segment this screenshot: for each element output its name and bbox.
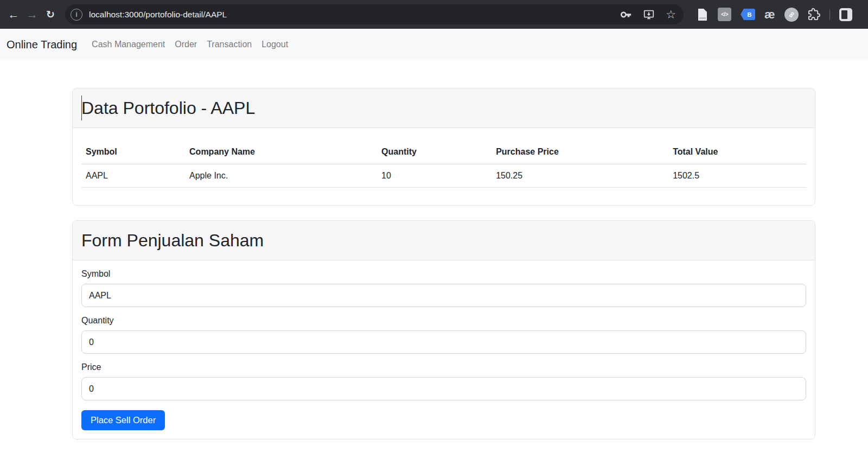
header-quantity: Quantity (377, 137, 492, 164)
star-glyph: ☆ (666, 9, 676, 20)
header-purchase-price: Purchase Price (492, 137, 668, 164)
quantity-field[interactable] (81, 330, 806, 354)
cell-symbol: AAPL (81, 164, 185, 188)
site-info-icon[interactable]: i (71, 9, 82, 21)
portfolio-card: Data Portofolio - AAPL Symbol Company Na… (72, 88, 815, 206)
tag-glyph: B (741, 9, 755, 20)
nav-link-cash-management[interactable]: Cash Management (87, 35, 170, 54)
price-field-group: Price (81, 362, 806, 400)
sell-form-title: Form Penjualan Saham (81, 229, 806, 251)
avatar-glyph: ∞ (786, 10, 796, 19)
portfolio-card-header: Data Portofolio - AAPL (73, 88, 815, 128)
url-text[interactable]: localhost:3000/portofolio-detail/AAPL (89, 10, 620, 20)
ae-extension-icon[interactable]: æ (764, 9, 775, 21)
table-header-row: Symbol Company Name Quantity Purchase Pr… (81, 137, 806, 164)
text-caret (81, 95, 82, 120)
url-bar[interactable]: i localhost:3000/portofolio-detail/AAPL … (65, 4, 684, 24)
code-extension-icon[interactable]: </> (718, 8, 731, 21)
app-navbar: Online Trading Cash Management Order Tra… (0, 29, 868, 60)
sell-form-card-body: Symbol Quantity Price Place Sell Order (73, 260, 815, 439)
header-symbol: Symbol (81, 137, 185, 164)
portfolio-title: Data Portofolio - AAPL (81, 97, 806, 119)
cell-total-value: 1502.5 (668, 164, 806, 188)
reload-icon[interactable]: ↻ (41, 5, 60, 24)
symbol-field[interactable] (81, 284, 806, 307)
install-app-icon[interactable] (643, 9, 655, 21)
header-total-value: Total Value (668, 137, 806, 164)
place-sell-order-button[interactable]: Place Sell Order (81, 410, 165, 430)
sell-form-card-header: Form Penjualan Saham (73, 221, 815, 260)
cell-purchase-price: 150.25 (492, 164, 668, 188)
ae-glyph: æ (764, 9, 775, 21)
extension-area: </> B æ ∞ (697, 8, 852, 22)
table-row: AAPL Apple Inc. 10 150.25 1502.5 (81, 164, 806, 188)
password-key-icon[interactable] (620, 9, 632, 21)
nav-link-logout[interactable]: Logout (257, 35, 293, 54)
bookmark-star-icon[interactable]: ☆ (666, 9, 676, 20)
symbol-field-group: Symbol (81, 269, 806, 307)
quantity-label: Quantity (81, 316, 806, 326)
portfolio-card-body: Symbol Company Name Quantity Purchase Pr… (73, 128, 815, 205)
extensions-puzzle-icon[interactable] (808, 8, 820, 21)
cell-quantity: 10 (377, 164, 492, 188)
omnibox-actions: ☆ (620, 9, 676, 21)
price-label: Price (81, 362, 806, 372)
price-field[interactable] (81, 377, 806, 400)
nav-links: Cash Management Order Transaction Logout (87, 35, 293, 54)
main-container: Data Portofolio - AAPL Symbol Company Na… (72, 88, 815, 439)
toolbar-divider (829, 9, 830, 20)
browser-toolbar: ← → ↻ i localhost:3000/portofolio-detail… (0, 0, 868, 29)
reload-glyph: ↻ (46, 8, 55, 21)
page-content: Data Portofolio - AAPL Symbol Company Na… (0, 60, 868, 439)
symbol-label: Symbol (81, 269, 806, 279)
nav-link-order[interactable]: Order (170, 35, 202, 54)
quantity-field-group: Quantity (81, 316, 806, 354)
tag-extension-icon[interactable]: B (741, 9, 755, 20)
forward-arrow-icon[interactable]: → (23, 5, 41, 24)
nav-link-transaction[interactable]: Transaction (202, 35, 257, 54)
side-panel-icon[interactable] (839, 8, 852, 21)
back-arrow-icon[interactable]: ← (4, 5, 23, 24)
sell-form-card: Form Penjualan Saham Symbol Quantity Pri… (72, 220, 815, 439)
document-extension-icon[interactable] (697, 8, 709, 21)
cell-company-name: Apple Inc. (185, 164, 377, 188)
code-glyph: </> (718, 8, 731, 21)
profile-circle-icon[interactable]: ∞ (784, 8, 799, 22)
brand-online-trading[interactable]: Online Trading (7, 39, 77, 51)
header-company-name: Company Name (185, 137, 377, 164)
portfolio-table: Symbol Company Name Quantity Purchase Pr… (81, 137, 806, 188)
